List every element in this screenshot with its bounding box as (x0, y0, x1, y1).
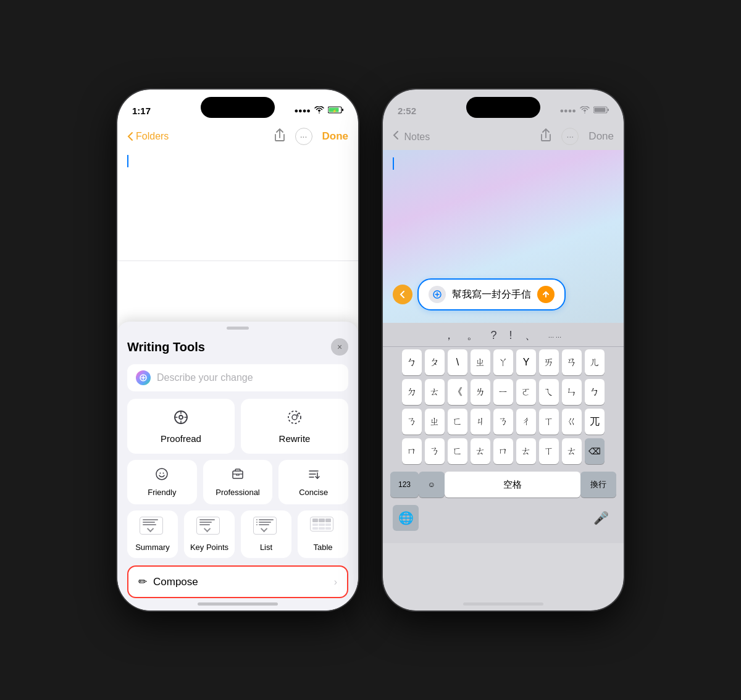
sheet-handle (227, 327, 249, 330)
key-zhu11[interactable]: ㄊ (425, 379, 445, 405)
key-zhu12[interactable]: 《 (448, 379, 467, 405)
summary-button[interactable]: Summary (127, 510, 178, 558)
battery-icon-1: ⚡ (328, 106, 343, 115)
compose-button[interactable]: ✏ Compose › (127, 565, 348, 598)
note-content-1[interactable] (117, 150, 358, 261)
key-points-icon (196, 517, 222, 539)
signal-icon-2: ●●●● (559, 107, 576, 114)
share-icon-1[interactable] (274, 128, 285, 145)
key-zhu14[interactable]: ㄧ (493, 379, 513, 405)
professional-icon (231, 467, 245, 484)
key-zhu8[interactable]: ㄢ (562, 349, 582, 375)
key-backspace[interactable]: ⌫ (585, 438, 605, 464)
key-zhu13[interactable]: ㄌ (471, 379, 490, 405)
key-zhu32[interactable]: ㄇ (493, 438, 513, 464)
key-zhu9[interactable]: ㄦ (585, 349, 605, 375)
punct-exclaim[interactable]: ! (509, 329, 513, 342)
rewrite-button[interactable]: Rewrite (241, 399, 348, 454)
key-zhu33[interactable]: ㄊ (516, 438, 536, 464)
more-icon-2[interactable]: ··· (561, 128, 579, 145)
globe-button[interactable]: 🌐 (393, 505, 419, 531)
key-zhu23[interactable]: ㄋ (493, 409, 513, 435)
punct-question[interactable]: ? (490, 329, 496, 342)
key-zhu29[interactable]: ㄋ (425, 438, 445, 464)
ai-icon (136, 370, 151, 385)
more-icon-1[interactable]: ··· (295, 128, 312, 145)
wifi-icon-2 (580, 106, 590, 115)
table-button[interactable]: Table (298, 510, 348, 558)
punct-period[interactable]: 。 (467, 328, 478, 343)
key-enter[interactable]: 換行 (580, 472, 616, 498)
key-zhu28[interactable]: ㄇ (402, 438, 422, 464)
key-123[interactable]: 123 (390, 472, 419, 498)
key-zhu22[interactable]: ㄐ (471, 409, 490, 435)
mic-button[interactable]: 🎤 (588, 505, 614, 531)
back-button-2[interactable]: Notes (393, 130, 430, 143)
compose-chevron-icon: › (334, 577, 337, 588)
compose-label: Compose (153, 576, 198, 588)
key-points-button[interactable]: Key Points (184, 510, 235, 558)
punct-pause[interactable]: 、 (525, 328, 536, 343)
key-zhu25[interactable]: ㄒ (539, 409, 559, 435)
list-button[interactable]: List (241, 510, 291, 558)
key-zhu31[interactable]: ㄊ (471, 438, 490, 464)
list-icon (253, 517, 279, 539)
key-zhu3[interactable]: \ (448, 349, 467, 375)
key-zhu5[interactable]: ㄚ (493, 349, 513, 375)
close-button[interactable]: × (331, 338, 348, 356)
key-zhu35[interactable]: ㄊ (562, 438, 582, 464)
friendly-button[interactable]: Friendly (127, 460, 197, 504)
compose-left: ✏ Compose (138, 575, 198, 588)
punct-ellipsis[interactable]: …… (548, 332, 563, 339)
key-zhu18[interactable]: ㄅ (585, 379, 605, 405)
input-send-button[interactable] (537, 286, 555, 303)
back-button-1[interactable]: Folders (127, 131, 169, 142)
status-icons-2: ●●●● (559, 106, 609, 115)
key-points-label: Key Points (190, 543, 228, 552)
svg-point-6 (179, 415, 183, 419)
search-bar[interactable]: Describe your change (127, 364, 348, 391)
key-zhu7[interactable]: ㄞ (539, 349, 559, 375)
key-zhu15[interactable]: ㄛ (516, 379, 536, 405)
key-zhu27[interactable]: ㄫ (585, 409, 605, 435)
nav-bar-1: Folders ··· Done (117, 123, 358, 150)
input-bar[interactable]: 幫我寫一封分手信 (417, 278, 566, 310)
key-zhu4[interactable]: ㄓ (471, 349, 490, 375)
concise-button[interactable]: Concise (278, 460, 348, 504)
sheet-header: Writing Tools × (127, 338, 348, 356)
key-zhu30[interactable]: ㄈ (448, 438, 467, 464)
proofread-icon (172, 409, 190, 430)
status-time-1: 1:17 (132, 106, 151, 116)
key-zhu6[interactable]: Y (516, 349, 536, 375)
key-zhu20[interactable]: ㄓ (425, 409, 445, 435)
key-zhu16[interactable]: ㄟ (539, 379, 559, 405)
table-icon (310, 517, 336, 539)
share-icon-2[interactable] (540, 128, 551, 144)
input-back-button[interactable] (393, 285, 412, 304)
done-button-1[interactable]: Done (322, 130, 349, 143)
done-button-2[interactable]: Done (588, 130, 614, 143)
writing-tools-sheet: Writing Tools × Describe your change (117, 322, 358, 610)
key-zhu21[interactable]: ㄈ (448, 409, 467, 435)
proofread-button[interactable]: Proofread (127, 399, 235, 454)
professional-label: Professional (216, 488, 260, 497)
key-emoji[interactable]: ☺ (419, 472, 445, 498)
professional-button[interactable]: Professional (203, 460, 273, 504)
input-add-button[interactable] (429, 286, 446, 303)
key-zhu1[interactable]: ㄅ (402, 349, 422, 375)
keyboard-punct-row: ， 。 ? ! 、 …… (383, 323, 624, 347)
key-zhu10[interactable]: ㄉ (402, 379, 422, 405)
key-zhu24[interactable]: ㄔ (516, 409, 536, 435)
nav-actions-1: ··· Done (274, 128, 349, 145)
key-zhu19[interactable]: ㄋ (402, 409, 422, 435)
key-zhu26[interactable]: ㄍ (562, 409, 582, 435)
punct-comma[interactable]: ， (443, 328, 454, 343)
compose-icon: ✏ (138, 575, 147, 588)
key-zhu17[interactable]: ㄣ (562, 379, 582, 405)
key-space[interactable]: 空格 (445, 472, 580, 498)
phone-1: 1:17 ●●●● (117, 90, 358, 610)
key-zhu34[interactable]: ㄒ (539, 438, 559, 464)
kb-row-3: ㄋ ㄓ ㄈ ㄐ ㄋ ㄔ ㄒ ㄍ ㄫ (387, 409, 620, 435)
status-icons-1: ●●●● ⚡ (294, 106, 343, 115)
key-zhu2[interactable]: ㄆ (425, 349, 445, 375)
